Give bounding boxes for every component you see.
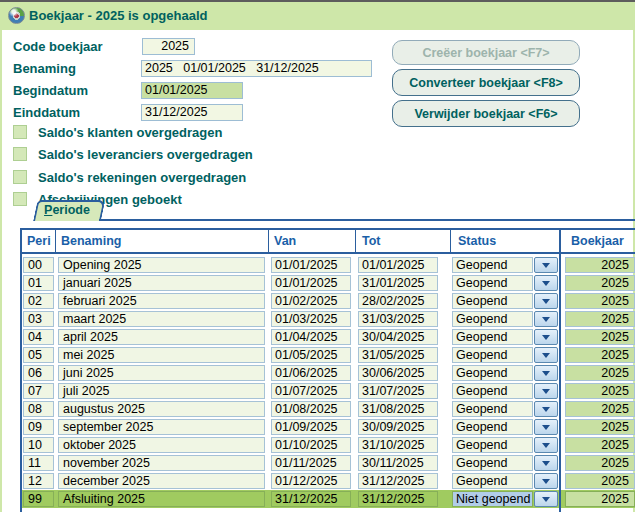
period-status-value[interactable]: Geopend	[452, 293, 533, 309]
period-to-cell[interactable]: 28/02/2025	[358, 293, 438, 309]
period-code-cell[interactable]: 12	[23, 473, 54, 489]
period-name-cell[interactable]: april 2025	[58, 329, 265, 345]
period-to-cell[interactable]: 31/08/2025	[358, 401, 438, 417]
period-from-cell[interactable]: 01/11/2025	[271, 455, 351, 471]
period-code-cell[interactable]: 10	[23, 437, 54, 453]
period-status-value[interactable]: Geopend	[452, 455, 533, 471]
period-to-cell[interactable]: 31/03/2025	[358, 311, 438, 327]
period-code-cell[interactable]: 09	[23, 419, 54, 435]
period-to-cell[interactable]: 31/07/2025	[358, 383, 438, 399]
period-name-cell[interactable]: mei 2025	[58, 347, 265, 363]
period-to-cell[interactable]: 31/01/2025	[358, 275, 438, 291]
period-status-value[interactable]: Niet geopend	[452, 491, 533, 507]
period-status-value[interactable]: Geopend	[452, 257, 533, 273]
table-row[interactable]: 03maart 202501/03/202531/03/2025Geopend2…	[22, 310, 635, 328]
period-name-cell[interactable]: oktober 2025	[58, 437, 265, 453]
period-name-cell[interactable]: Opening 2025	[58, 257, 265, 273]
status-dropdown-button[interactable]	[534, 329, 558, 345]
period-code-cell[interactable]: 06	[23, 365, 54, 381]
period-status-value[interactable]: Geopend	[452, 383, 533, 399]
period-from-cell[interactable]: 01/02/2025	[271, 293, 351, 309]
period-from-cell[interactable]: 31/12/2025	[271, 491, 351, 507]
status-dropdown-button[interactable]	[534, 455, 558, 471]
table-row[interactable]: 12december 202501/12/202531/12/2025Geope…	[22, 472, 635, 490]
period-from-cell[interactable]: 01/08/2025	[271, 401, 351, 417]
table-row[interactable]: 08augustus 202501/08/202531/08/2025Geope…	[22, 400, 635, 418]
period-status-value[interactable]: Geopend	[452, 329, 533, 345]
period-to-cell[interactable]: 31/12/2025	[358, 491, 438, 507]
period-from-cell[interactable]: 01/05/2025	[271, 347, 351, 363]
table-row[interactable]: 02februari 202501/02/202528/02/2025Geope…	[22, 292, 635, 310]
period-name-cell[interactable]: november 2025	[58, 455, 265, 471]
table-row[interactable]: 01januari 202501/01/202531/01/2025Geopen…	[22, 274, 635, 292]
period-code-cell[interactable]: 05	[23, 347, 54, 363]
status-dropdown-button[interactable]	[534, 365, 558, 381]
period-from-cell[interactable]: 01/09/2025	[271, 419, 351, 435]
period-status-value[interactable]: Geopend	[452, 347, 533, 363]
status-dropdown-button[interactable]	[534, 437, 558, 453]
period-from-cell[interactable]: 01/12/2025	[271, 473, 351, 489]
status-dropdown-button[interactable]	[534, 347, 558, 363]
period-name-cell[interactable]: december 2025	[58, 473, 265, 489]
period-from-cell[interactable]: 01/07/2025	[271, 383, 351, 399]
period-name-cell[interactable]: januari 2025	[58, 275, 265, 291]
table-row[interactable]: 11november 202501/11/202530/11/2025Geope…	[22, 454, 635, 472]
period-to-cell[interactable]: 30/09/2025	[358, 419, 438, 435]
table-row[interactable]: 09september 202501/09/202530/09/2025Geop…	[22, 418, 635, 436]
status-dropdown-button[interactable]	[534, 473, 558, 489]
period-name-cell[interactable]: Afsluiting 2025	[58, 491, 265, 507]
period-code-cell[interactable]: 04	[23, 329, 54, 345]
period-boekjaar-cell: 2025	[565, 347, 635, 363]
period-status-value[interactable]: Geopend	[452, 401, 533, 417]
period-name-cell[interactable]: juni 2025	[58, 365, 265, 381]
period-status-value[interactable]: Geopend	[452, 437, 533, 453]
period-from-cell[interactable]: 01/04/2025	[271, 329, 351, 345]
period-name-cell[interactable]: augustus 2025	[58, 401, 265, 417]
period-boekjaar-cell: 2025	[565, 257, 635, 273]
status-dropdown-button[interactable]	[534, 401, 558, 417]
period-status-value[interactable]: Geopend	[452, 419, 533, 435]
table-row[interactable]: 07juli 202501/07/202531/07/2025Geopend20…	[22, 382, 635, 400]
period-code-cell[interactable]: 02	[23, 293, 54, 309]
period-to-cell[interactable]: 31/05/2025	[358, 347, 438, 363]
period-from-cell[interactable]: 01/03/2025	[271, 311, 351, 327]
period-to-cell[interactable]: 31/10/2025	[358, 437, 438, 453]
status-dropdown-button[interactable]	[534, 419, 558, 435]
status-dropdown-button[interactable]	[534, 491, 558, 507]
table-row[interactable]: 05mei 202501/05/202531/05/2025Geopend202…	[22, 346, 635, 364]
table-row[interactable]: 00Opening 202501/01/202501/01/2025Geopen…	[22, 256, 635, 274]
status-dropdown-button[interactable]	[534, 383, 558, 399]
table-row[interactable]: 99Afsluiting 202531/12/202531/12/2025Nie…	[22, 490, 635, 508]
period-code-cell[interactable]: 03	[23, 311, 54, 327]
period-to-cell[interactable]: 30/11/2025	[358, 455, 438, 471]
status-dropdown-button[interactable]	[534, 293, 558, 309]
table-row[interactable]: 10oktober 202501/10/202531/10/2025Geopen…	[22, 436, 635, 454]
period-to-cell[interactable]: 01/01/2025	[358, 257, 438, 273]
period-status-value[interactable]: Geopend	[452, 275, 533, 291]
table-row[interactable]: 06juni 202501/06/202530/06/2025Geopend20…	[22, 364, 635, 382]
period-from-cell[interactable]: 01/10/2025	[271, 437, 351, 453]
period-from-cell[interactable]: 01/01/2025	[271, 275, 351, 291]
status-dropdown-button[interactable]	[534, 257, 558, 273]
period-name-cell[interactable]: februari 2025	[58, 293, 265, 309]
status-dropdown-button[interactable]	[534, 311, 558, 327]
period-status-value[interactable]: Geopend	[452, 365, 533, 381]
period-to-cell[interactable]: 30/04/2025	[358, 329, 438, 345]
period-status-value[interactable]: Geopend	[452, 473, 533, 489]
period-name-cell[interactable]: juli 2025	[58, 383, 265, 399]
period-from-cell[interactable]: 01/01/2025	[271, 257, 351, 273]
table-row[interactable]: 04april 202501/04/202530/04/2025Geopend2…	[22, 328, 635, 346]
period-code-cell[interactable]: 11	[23, 455, 54, 471]
period-code-cell[interactable]: 01	[23, 275, 54, 291]
period-code-cell[interactable]: 08	[23, 401, 54, 417]
status-dropdown-button[interactable]	[534, 275, 558, 291]
period-name-cell[interactable]: maart 2025	[58, 311, 265, 327]
period-to-cell[interactable]: 30/06/2025	[358, 365, 438, 381]
period-code-cell[interactable]: 99	[23, 491, 54, 507]
period-to-cell[interactable]: 31/12/2025	[358, 473, 438, 489]
period-code-cell[interactable]: 00	[23, 257, 54, 273]
period-from-cell[interactable]: 01/06/2025	[271, 365, 351, 381]
period-name-cell[interactable]: september 2025	[58, 419, 265, 435]
period-status-value[interactable]: Geopend	[452, 311, 533, 327]
period-code-cell[interactable]: 07	[23, 383, 54, 399]
